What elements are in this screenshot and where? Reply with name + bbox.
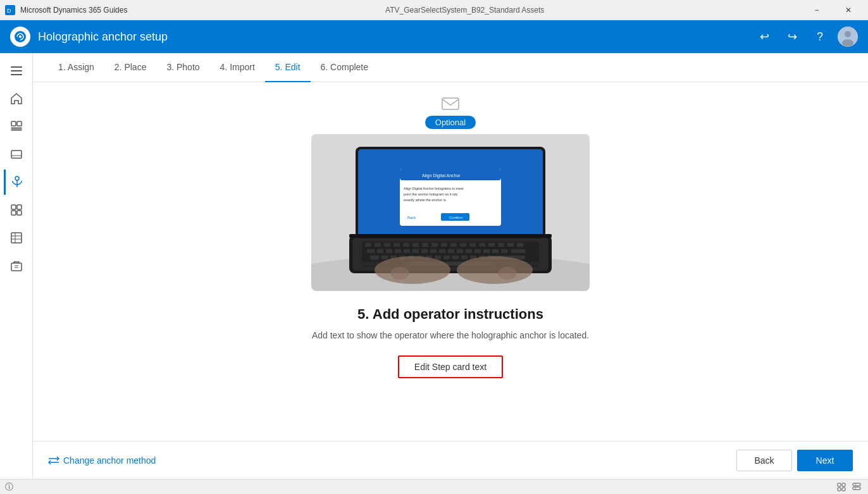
- svg-rect-21: [11, 205, 16, 209]
- svg-rect-58: [395, 249, 401, 253]
- svg-rect-12: [11, 123, 22, 124]
- svg-point-17: [15, 176, 19, 180]
- svg-text:Align Digital Anchor: Align Digital Anchor: [422, 173, 461, 178]
- svg-rect-104: [838, 483, 841, 486]
- svg-point-5: [845, 31, 851, 37]
- title-bar-document: ATV_GearSelectSystem_B92_Standard Assets: [385, 6, 544, 15]
- svg-rect-107: [842, 488, 845, 491]
- redo-button[interactable]: ↪: [782, 27, 802, 47]
- svg-point-6: [842, 39, 853, 47]
- svg-point-102: [498, 267, 517, 280]
- svg-text:Back: Back: [407, 216, 416, 219]
- svg-rect-59: [404, 249, 410, 253]
- svg-rect-52: [498, 243, 504, 247]
- tab-edit[interactable]: 5. Edit: [265, 53, 311, 82]
- svg-text:Confirm: Confirm: [449, 216, 462, 219]
- svg-rect-38: [365, 243, 371, 247]
- svg-rect-56: [377, 249, 383, 253]
- title-bar-app-name: Microsoft Dynamics 365 Guides: [20, 6, 127, 15]
- svg-rect-14: [11, 130, 22, 130]
- status-info: ⓘ: [5, 481, 13, 493]
- svg-rect-82: [461, 256, 468, 259]
- svg-rect-62: [430, 249, 437, 253]
- laptop-image: Align Digital Anchor Align Digital Ancho…: [311, 134, 590, 291]
- list-view-button[interactable]: [850, 481, 863, 493]
- svg-rect-53: [507, 243, 514, 247]
- tab-assign[interactable]: 1. Assign: [48, 53, 104, 82]
- sidebar-item-anchor[interactable]: [4, 170, 29, 195]
- svg-point-3: [19, 35, 22, 38]
- svg-rect-72: [370, 256, 379, 259]
- svg-rect-25: [11, 233, 22, 243]
- title-bar-left: D Microsoft Dynamics 365 Guides: [5, 5, 127, 15]
- tab-complete[interactable]: 6. Complete: [311, 53, 378, 82]
- svg-rect-11: [17, 121, 22, 126]
- svg-rect-9: [11, 74, 22, 75]
- app-header-right: ↩ ↪ ?: [754, 27, 858, 47]
- svg-rect-109: [853, 487, 860, 490]
- change-anchor-link[interactable]: Change anchor method: [48, 455, 156, 466]
- svg-rect-22: [17, 205, 22, 209]
- svg-rect-64: [448, 249, 454, 253]
- tab-place[interactable]: 2. Place: [104, 53, 157, 82]
- svg-rect-55: [367, 249, 375, 253]
- svg-text:D: D: [7, 8, 11, 14]
- sidebar-item-table[interactable]: [4, 225, 29, 250]
- next-button[interactable]: Next: [797, 450, 853, 471]
- tab-import[interactable]: 4. Import: [210, 53, 265, 82]
- sidebar-item-library[interactable]: [4, 253, 29, 278]
- svg-rect-42: [403, 243, 409, 247]
- svg-rect-66: [466, 249, 472, 253]
- svg-rect-13: [11, 128, 22, 128]
- svg-rect-32: [442, 98, 459, 109]
- optional-badge: Optional: [425, 116, 476, 129]
- content-area: 1. Assign 2. Place 3. Photo 4. Import 5.…: [33, 53, 868, 479]
- back-button[interactable]: Back: [736, 450, 792, 471]
- app-logo: [10, 27, 30, 47]
- content-title: 5. Add operator instructions: [357, 306, 543, 323]
- tab-photo[interactable]: 3. Photo: [156, 53, 209, 82]
- status-bar: ⓘ: [0, 479, 868, 494]
- sidebar-item-home[interactable]: [4, 86, 29, 111]
- svg-rect-44: [422, 243, 428, 247]
- main-layout: 1. Assign 2. Place 3. Photo 4. Import 5.…: [0, 53, 868, 479]
- sidebar-item-menu[interactable]: [4, 58, 29, 83]
- close-button[interactable]: ✕: [834, 0, 863, 20]
- svg-rect-60: [412, 249, 419, 253]
- svg-rect-61: [421, 249, 428, 253]
- tabs-bar: 1. Assign 2. Place 3. Photo 4. Import 5.…: [33, 53, 868, 82]
- sidebar-item-content[interactable]: [4, 114, 29, 139]
- svg-rect-108: [853, 483, 860, 486]
- title-bar: D Microsoft Dynamics 365 Guides ATV_Gear…: [0, 0, 868, 20]
- svg-rect-49: [469, 243, 476, 247]
- svg-point-101: [390, 267, 409, 280]
- undo-button[interactable]: ↩: [754, 27, 774, 47]
- svg-rect-57: [386, 249, 392, 253]
- svg-rect-105: [842, 483, 845, 486]
- help-button[interactable]: ?: [810, 27, 830, 47]
- minimize-button[interactable]: −: [802, 0, 831, 20]
- sidebar-item-display[interactable]: [4, 142, 29, 167]
- svg-rect-29: [11, 263, 22, 271]
- change-anchor-label: Change anchor method: [63, 455, 156, 466]
- sidebar-item-guides[interactable]: [4, 197, 29, 223]
- footer: Change anchor method Back Next: [33, 441, 868, 479]
- svg-rect-70: [501, 249, 507, 253]
- app-title: Holographic anchor setup: [38, 30, 168, 44]
- grid-view-button[interactable]: [835, 481, 848, 493]
- svg-rect-8: [11, 70, 22, 71]
- svg-rect-41: [394, 243, 400, 247]
- svg-text:Align Digital Anchor holograms: Align Digital Anchor holograms to meet: [404, 187, 464, 190]
- sidebar: [0, 53, 33, 479]
- svg-rect-46: [441, 243, 447, 247]
- app-header-left: Holographic anchor setup: [10, 27, 168, 47]
- svg-rect-67: [474, 249, 481, 253]
- avatar[interactable]: [838, 27, 858, 47]
- svg-text:exactly where the anchor is.: exactly where the anchor is.: [404, 198, 447, 202]
- svg-rect-54: [517, 243, 523, 247]
- svg-point-100: [457, 256, 533, 284]
- content-description: Add text to show the operator where the …: [312, 330, 589, 340]
- main-content: Optional: [33, 82, 868, 441]
- edit-step-card-button[interactable]: Edit Step card text: [398, 355, 503, 378]
- info-icon[interactable]: ⓘ: [5, 481, 13, 493]
